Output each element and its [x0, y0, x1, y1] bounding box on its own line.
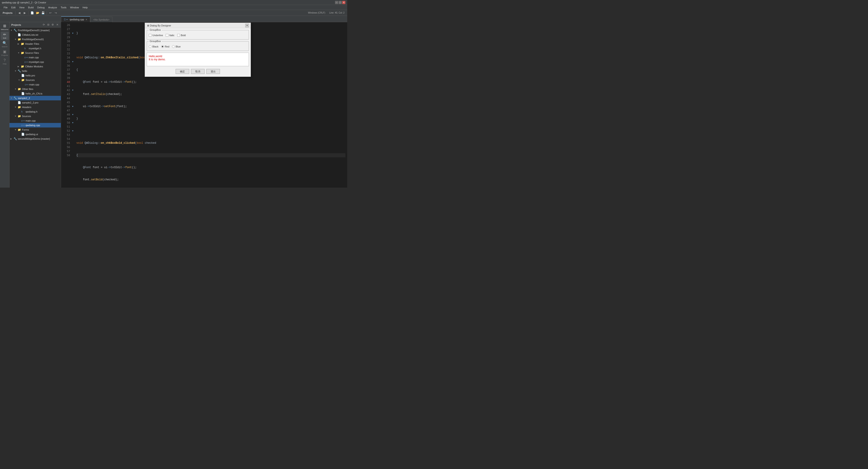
tree-item-sample22pro[interactable]: 📄 sample2_2.pro — [9, 100, 61, 105]
sidebar-item-help[interactable]: ? Help — [1, 57, 9, 66]
radio-red-dot — [162, 46, 163, 47]
menu-help[interactable]: Help — [81, 6, 90, 9]
checkbox-bold[interactable]: Bold — [177, 34, 186, 37]
dialog-body: GroupBox Underline Italic — [145, 28, 251, 76]
code-line-30: QFont font = ui->txtEdit->font(); — [76, 80, 345, 84]
sidebar-item-projects[interactable]: ▣ Projects — [1, 49, 9, 57]
tree-item-headerfiles[interactable]: ▶ 📁 Header Files — [9, 41, 61, 46]
tree-item-sample22-main[interactable]: c++ main.cpp — [9, 119, 61, 123]
menu-view[interactable]: View — [18, 6, 26, 9]
tree-item-ts[interactable]: 📄 hello_zh_CN.ts — [9, 91, 61, 96]
sidebar-item-edit[interactable]: ✏ Edit — [1, 32, 9, 40]
dialog-groupbox-1: GroupBox Underline Italic — [147, 30, 249, 39]
toolbar-save[interactable]: 💾 — [40, 10, 45, 15]
tree-item-mywidgeth[interactable]: h mywidget.h — [9, 46, 61, 51]
toolbar-forward[interactable]: ▶ — [22, 10, 27, 15]
dialog-cancel-button[interactable]: 取消 — [191, 69, 205, 74]
tree-item-hellopro[interactable]: 📄 hello.pro — [9, 73, 61, 78]
radio-blue[interactable]: Blue — [172, 45, 181, 48]
menu-file[interactable]: File — [2, 6, 9, 9]
file-icon: c++ — [24, 56, 28, 59]
line-col-label: Line: 40, Col: 2 — [328, 11, 346, 14]
tree-item-sample22[interactable]: ▼ 🔧 sample2_2 — [9, 96, 61, 100]
tree-item-qwdialogcpp[interactable]: c++ qwdialog.cpp — [9, 123, 61, 127]
radio-red[interactable]: Red — [161, 45, 169, 48]
radio-blue-circle[interactable] — [172, 45, 175, 48]
tree-item-sample22-sources[interactable]: ▼ 📁 Sources — [9, 114, 61, 119]
file-icon: c++ — [25, 84, 29, 86]
menu-build[interactable]: Build — [26, 6, 35, 9]
toolbar-redo[interactable]: ↪ — [53, 10, 58, 15]
tree-item-hello-sources[interactable]: ▼ 📁 Sources — [9, 78, 61, 82]
settings-icon[interactable]: ⚙ — [51, 23, 55, 27]
welcome-label: Welcome — [1, 29, 8, 31]
window-maximize[interactable]: □ — [339, 1, 342, 4]
sidebar-item-welcome[interactable]: ⊞ Welcome — [1, 23, 9, 31]
tree-item-forms[interactable]: ▼ 📁 Forms — [9, 127, 61, 132]
file-icon: c++ — [24, 61, 28, 63]
dialog-window[interactable]: 🖥 Dialog By Designer ✕ GroupBox Underlin… — [145, 23, 251, 77]
expand-icon: ▼ — [18, 52, 21, 54]
close-panel-icon[interactable]: ✕ — [55, 23, 59, 27]
tree-item-firstwidget[interactable]: ▼ 🔧 FirstWidgetDemo01 [master] — [9, 28, 61, 33]
projects-icon: ▣ — [3, 50, 6, 54]
menu-debug[interactable]: Debug — [35, 6, 46, 9]
filter-icon[interactable]: ⊟ — [46, 23, 50, 27]
tree-item-sourcefiles[interactable]: ▼ 📁 Source Files — [9, 51, 61, 55]
project-icon: 🔧 — [13, 29, 17, 32]
expand-icon: ▼ — [14, 88, 18, 90]
toolbar-new[interactable]: 📄 — [30, 10, 35, 15]
radio-red-circle[interactable] — [161, 45, 164, 48]
sidebar-item-search[interactable]: 🔍 Search — [1, 40, 9, 49]
checkbox-bold-box[interactable] — [177, 34, 180, 37]
tree-item-cmakelists[interactable]: 📄 CMakeLists.txt — [9, 33, 61, 37]
window-close[interactable]: ✕ — [342, 1, 345, 4]
menu-tools[interactable]: Tools — [59, 6, 68, 9]
radio-black-circle[interactable] — [149, 45, 151, 48]
dialog-exit-button[interactable]: 退出 — [206, 69, 220, 74]
line-numbers: 26 27 28 29 30 31 32 33 34 35 36 37 38 3… — [61, 22, 71, 188]
tree-item-mywidgetcpp[interactable]: c++ mywidget.cpp — [9, 60, 61, 64]
tree-item-qwdialogh[interactable]: h qwdialog.h — [9, 110, 61, 114]
dialog-close-button[interactable]: ✕ — [245, 24, 249, 27]
tree-item-hello[interactable]: ▼ 🔧 hello — [9, 69, 61, 73]
tree-item-main-cpp-1[interactable]: c++ main.cpp — [9, 55, 61, 60]
help-icon: ? — [4, 58, 6, 62]
window-minimize[interactable]: ─ — [335, 1, 338, 4]
tab-label-qwdialog: qwdialog.cpp — [70, 18, 84, 21]
expand-icon: ▼ — [14, 115, 18, 117]
tab-qwdialog[interactable]: C++ qwdialog.cpp ✕ — [61, 16, 90, 22]
tree-item-otherfiles[interactable]: ▼ 📁 Other files — [9, 87, 61, 91]
code-line-36: { — [76, 153, 345, 157]
tab-symbols[interactable]: <No Symbols> — [90, 17, 112, 22]
tree-label: qwdialog.h — [26, 110, 37, 113]
toolbar-open[interactable]: 📂 — [35, 10, 40, 15]
checkbox-underline[interactable]: Underline — [149, 34, 163, 37]
menu-window[interactable]: Window — [68, 6, 81, 9]
file-icon: 📄 — [21, 74, 25, 77]
tree-item-sample22-headers[interactable]: ▼ 📁 Headers — [9, 105, 61, 110]
dialog-ok-button[interactable]: 确定 — [176, 69, 189, 74]
tree-item-firstwidgetdemo01[interactable]: ▼ 📁 FirstWidgetDemo01 — [9, 37, 61, 41]
checkbox-underline-box[interactable] — [149, 34, 151, 37]
edit-icon: ✏ — [3, 32, 6, 37]
expand-icon: ▶ — [18, 65, 21, 68]
menu-analyze[interactable]: Analyze — [46, 6, 59, 9]
tab-close-qwdialog[interactable]: ✕ — [86, 18, 87, 21]
checkbox-italic-box[interactable] — [166, 34, 168, 37]
tree-item-secondwidget[interactable]: ▶ 🔧 secondWidgetDemo [master] — [9, 136, 61, 141]
radio-black[interactable]: Black — [149, 45, 158, 48]
tree-item-cmake-modules[interactable]: ▶ 📁 CMake Modules — [9, 64, 61, 69]
help-label: Help — [3, 63, 6, 65]
checkbox-underline-label: Underline — [152, 34, 163, 37]
sync-icon[interactable]: ⟳ — [42, 23, 45, 27]
tree-item-qwdialogui[interactable]: 📄 qwdialog.ui — [9, 132, 61, 136]
file-icon: h — [21, 111, 25, 113]
toolbar-undo[interactable]: ↩ — [48, 10, 53, 15]
toolbar-back[interactable]: ◀ — [17, 10, 22, 15]
checkbox-italic[interactable]: Italic — [166, 34, 175, 37]
tree-item-hello-main[interactable]: c++ main.cpp — [9, 82, 61, 87]
app-title: qwdialog.cpp @ sample2_2 - Qt Creator — [2, 1, 46, 4]
dialog-title-text: 🖥 Dialog By Designer — [147, 24, 171, 27]
menu-edit[interactable]: Edit — [9, 6, 18, 9]
